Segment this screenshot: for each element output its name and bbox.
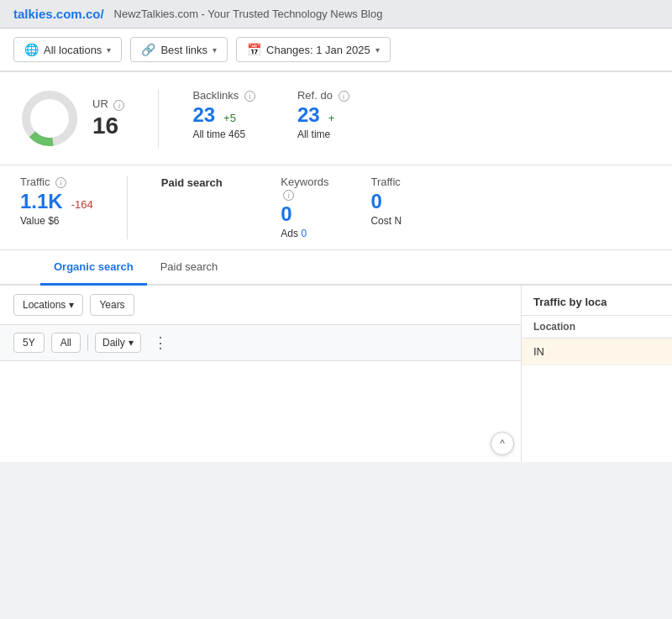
ref-domains-label: Ref. do i xyxy=(297,89,349,102)
location-col-header: Location xyxy=(522,316,672,338)
links-filter-label: Best links xyxy=(160,44,207,56)
chart-top-bar: Locations ▾ Years xyxy=(0,286,521,325)
location-filter-label: All locations xyxy=(44,44,102,56)
locations-filter-button[interactable]: Locations ▾ xyxy=(13,294,83,316)
ur-widget: UR i 16 xyxy=(20,89,159,148)
ur-label: UR i xyxy=(92,97,124,110)
locations-chevron-icon: ▾ xyxy=(69,299,74,311)
backlinks-metric: Backlinks i 23 +5 All time 465 xyxy=(192,89,255,140)
location-filter-button[interactable]: 🌐 All locations ▾ xyxy=(13,37,122,62)
globe-icon: 🌐 xyxy=(24,43,39,56)
ref-domains-value: 23 xyxy=(297,103,320,127)
tabs-bar: Organic search Paid search xyxy=(0,250,672,286)
backlinks-info-icon[interactable]: i xyxy=(244,91,255,102)
locations-filter-label: Locations xyxy=(23,299,66,311)
stats-section: UR i 16 Backlinks i 23 +5 All time 465 R… xyxy=(0,72,672,165)
time-controls: 5Y All Daily ▾ ⋮ xyxy=(0,325,521,361)
chart-area: ^ xyxy=(0,361,521,462)
paid-cost-sub: Cost N xyxy=(370,215,402,227)
all-button[interactable]: All xyxy=(51,333,81,353)
years-filter-label: Years xyxy=(99,299,124,311)
filter-bar: 🌐 All locations ▾ 🔗 Best links ▾ 📅 Chang… xyxy=(0,29,672,71)
paid-search-group: Paid search Keywords i 0 Ads 0 Traffic 0… xyxy=(127,176,402,239)
ur-info: UR i 16 xyxy=(92,97,124,139)
link-icon: 🔗 xyxy=(141,43,155,56)
location-panel-header: Traffic by loca xyxy=(522,286,672,316)
daily-select[interactable]: Daily ▾ xyxy=(95,333,141,353)
paid-keywords-label: Keywords i xyxy=(281,176,328,201)
combined-metrics-row: Traffic i 1.1K -164 Value $6 Paid search… xyxy=(0,165,672,250)
changes-filter-button[interactable]: 📅 Changes: 1 Jan 2025 ▾ xyxy=(236,37,391,62)
scroll-up-button[interactable]: ^ xyxy=(491,432,514,455)
backlinks-delta: +5 xyxy=(223,112,236,124)
ref-domains-value-row: 23 + xyxy=(297,103,349,127)
location-chevron-icon: ▾ xyxy=(107,45,111,55)
traffic-value-row: 1.1K -164 xyxy=(20,190,93,213)
traffic-metric: Traffic i 1.1K -164 Value $6 xyxy=(20,176,93,239)
metric-group: Backlinks i 23 +5 All time 465 Ref. do i… xyxy=(192,89,652,140)
paid-keywords-info-icon[interactable]: i xyxy=(283,190,294,201)
traffic-delta: -164 xyxy=(71,198,93,211)
calendar-icon: 📅 xyxy=(247,43,261,56)
ref-domains-metric: Ref. do i 23 + All time xyxy=(297,89,349,140)
backlinks-label: Backlinks i xyxy=(192,89,255,102)
chart-controls: Locations ▾ Years 5Y All Daily ▾ ⋮ ^ xyxy=(0,286,521,462)
backlinks-value: 23 xyxy=(192,103,215,127)
links-filter-button[interactable]: 🔗 Best links ▾ xyxy=(130,37,228,62)
ref-domains-sub: All time xyxy=(297,129,349,140)
backlinks-value-row: 23 +5 xyxy=(192,103,255,127)
daily-chevron-icon: ▾ xyxy=(129,337,134,349)
site-name: talkies.com.co/ xyxy=(13,7,104,21)
paid-traffic-label: Traffic xyxy=(370,176,402,188)
ur-donut-chart xyxy=(20,89,79,148)
years-filter-button[interactable]: Years xyxy=(90,294,134,316)
paid-traffic-cost-metric: Traffic 0 Cost N xyxy=(370,176,402,239)
location-row-in: IN xyxy=(522,338,672,365)
organic-metrics-group: Traffic i 1.1K -164 Value $6 xyxy=(20,176,93,239)
paid-search-section-label-wrapper: Paid search xyxy=(161,176,239,234)
page-title: NewzTalkies.com - Your Trusted Technolog… xyxy=(114,8,383,20)
tab-overview[interactable] xyxy=(13,257,40,280)
ref-domains-delta: + xyxy=(328,112,335,124)
paid-search-section-label: Paid search xyxy=(161,176,223,189)
tab-organic-search[interactable]: Organic search xyxy=(40,250,147,286)
top-bar: talkies.com.co/ NewzTalkies.com - Your T… xyxy=(0,0,672,29)
location-panel: Traffic by loca Location IN xyxy=(521,286,672,462)
ur-info-icon[interactable]: i xyxy=(113,100,124,111)
daily-label: Daily xyxy=(102,337,125,349)
paid-keywords-sub: Ads 0 xyxy=(281,228,328,239)
5y-button[interactable]: 5Y xyxy=(13,333,45,353)
changes-filter-label: Changes: 1 Jan 2025 xyxy=(266,44,370,56)
paid-keywords-metric: Keywords i 0 Ads 0 xyxy=(281,176,328,239)
traffic-info-icon[interactable]: i xyxy=(55,177,66,188)
tab-paid-search[interactable]: Paid search xyxy=(147,250,232,286)
changes-chevron-icon: ▾ xyxy=(375,45,380,55)
ref-domains-info-icon[interactable]: i xyxy=(339,91,349,102)
paid-traffic-value: 0 xyxy=(370,190,402,213)
ur-value: 16 xyxy=(92,113,124,139)
more-options-icon[interactable]: ⋮ xyxy=(148,332,173,354)
traffic-value: 1.1K xyxy=(20,190,63,213)
scroll-up-icon: ^ xyxy=(500,438,505,449)
time-divider xyxy=(87,334,88,351)
content-area: Locations ▾ Years 5Y All Daily ▾ ⋮ ^ xyxy=(0,286,672,462)
paid-keywords-value: 0 xyxy=(281,202,328,226)
links-chevron-icon: ▾ xyxy=(213,45,217,55)
traffic-label: Traffic i xyxy=(20,176,93,188)
backlinks-sub: All time 465 xyxy=(192,129,255,140)
traffic-sub: Value $6 xyxy=(20,215,93,227)
